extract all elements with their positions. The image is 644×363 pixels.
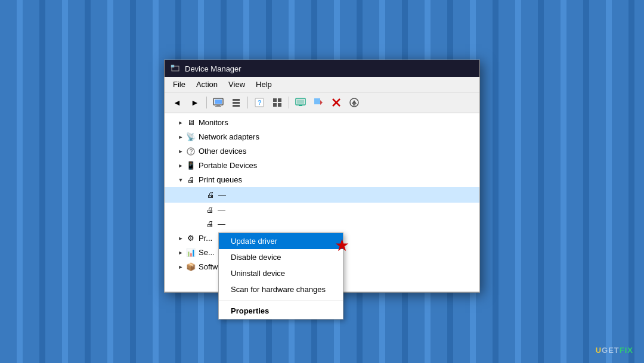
expand-monitors [177,119,185,127]
ctx-separator [219,300,343,300]
watermark: UGETFIX [596,346,633,355]
proc-label: Pr... [199,232,212,244]
svg-rect-3 [215,100,222,104]
expand-proc [177,234,185,243]
menu-bar: File Action View Help [165,77,479,92]
other-devices-label: Other devices [199,145,246,157]
svg-rect-13 [273,103,277,107]
title-bar: Device Manager [165,60,479,77]
svg-text:?: ? [190,148,193,155]
svg-text:?: ? [258,99,262,106]
tree-item-monitors[interactable]: 🖥 Monitors [165,116,479,130]
ctx-uninstall-label: Uninstall device [231,269,285,278]
device-list: 🖥 Monitors 📡 Network adapters ? Other de… [165,113,479,292]
watermark-fix: FIX [620,346,633,355]
ctx-disable-label: Disable device [231,253,281,262]
expand-software [177,263,185,271]
computer-button[interactable] [210,95,226,110]
svg-rect-4 [216,105,220,106]
printer-1-label: — [218,189,226,201]
svg-rect-24 [353,104,355,106]
proc-icon: ⚙ [186,234,196,243]
title-bar-icon [171,64,180,73]
svg-marker-19 [320,100,323,105]
monitors-label: Monitors [199,117,228,129]
list-button[interactable] [228,95,244,110]
back-button[interactable]: ◄ [169,95,185,110]
expand-print [177,176,185,184]
tree-item-portable[interactable]: 📱 Portable Devices [165,159,479,173]
monitor-button[interactable] [293,95,308,110]
menu-action[interactable]: Action [191,79,222,90]
sensor-icon: 📊 [186,248,196,257]
ctx-scan-hardware[interactable]: Scan for hardware changes [219,281,343,297]
svg-rect-1 [171,65,174,67]
menu-help[interactable]: Help [251,79,277,90]
portable-icon: 📱 [186,161,196,170]
ctx-properties[interactable]: Properties [219,303,343,319]
remove-button[interactable] [329,95,344,110]
printer-1-icon: 🖨 [206,190,215,200]
monitors-icon: 🖥 [186,118,196,128]
ctx-update-driver[interactable]: Update driver [219,233,343,249]
watermark-u: U [596,346,602,355]
software-icon: 📦 [186,262,196,272]
svg-rect-14 [278,103,281,107]
toolbar-separator-1 [206,97,207,108]
expand-sensors [177,249,185,257]
svg-rect-17 [299,105,302,106]
printer-3-icon: 🖨 [205,219,215,229]
tree-item-other-devices[interactable]: ? Other devices [165,144,479,159]
network-label: Network adapters [199,131,259,143]
svg-rect-18 [314,98,320,104]
expand-network [177,133,185,141]
tree-item-printer-3[interactable]: 🖨 — [165,217,479,231]
sensors-label: Se... [199,247,215,259]
printer-3-label: — [218,218,225,230]
watermark-get: GET [602,346,620,355]
grid-button[interactable] [270,95,285,110]
printer-2-label: — [218,204,225,216]
tree-item-network[interactable]: 📡 Network adapters [165,130,479,144]
expand-portable [177,162,185,170]
help-button[interactable]: ? [252,95,267,110]
svg-rect-5 [215,106,221,107]
network-icon: 📡 [186,132,196,142]
menu-view[interactable]: View [224,79,250,90]
toolbar: ◄ ► ? [165,92,479,113]
ctx-properties-label: Properties [231,306,269,315]
device-manager-window: Device Manager File Action View Help ◄ ► [164,60,480,293]
print-queues-label: Print queues [199,174,242,186]
toolbar-separator-2 [247,97,248,108]
portable-label: Portable Devices [199,160,257,172]
toolbar-separator-3 [289,97,289,108]
other-devices-icon: ? [186,147,196,156]
svg-rect-6 [233,99,240,101]
svg-rect-11 [273,98,277,102]
ctx-scan-label: Scan for hardware changes [231,285,326,294]
menu-file[interactable]: File [168,79,190,90]
window-title: Device Manager [185,64,242,73]
svg-rect-8 [233,105,240,107]
tree-item-printer-1[interactable]: 🖨 — [165,187,479,203]
context-menu: Update driver Disable device Uninstall d… [218,232,343,319]
tree-item-printer-2[interactable]: 🖨 — [165,203,479,217]
tree-item-print-queues[interactable]: 🖨 Print queues [165,173,479,187]
svg-rect-16 [297,100,304,104]
ctx-disable-device[interactable]: Disable device [219,249,343,265]
expand-other [177,147,185,156]
svg-rect-7 [233,102,240,104]
download-button[interactable] [346,95,362,110]
svg-rect-12 [278,98,281,102]
printer-2-icon: 🖨 [205,205,215,215]
update-driver-button[interactable] [311,95,326,110]
ctx-uninstall-device[interactable]: Uninstall device [219,265,343,281]
svg-marker-23 [352,100,357,104]
print-icon: 🖨 [186,175,196,185]
forward-button[interactable]: ► [187,95,203,110]
ctx-update-driver-label: Update driver [231,237,277,246]
